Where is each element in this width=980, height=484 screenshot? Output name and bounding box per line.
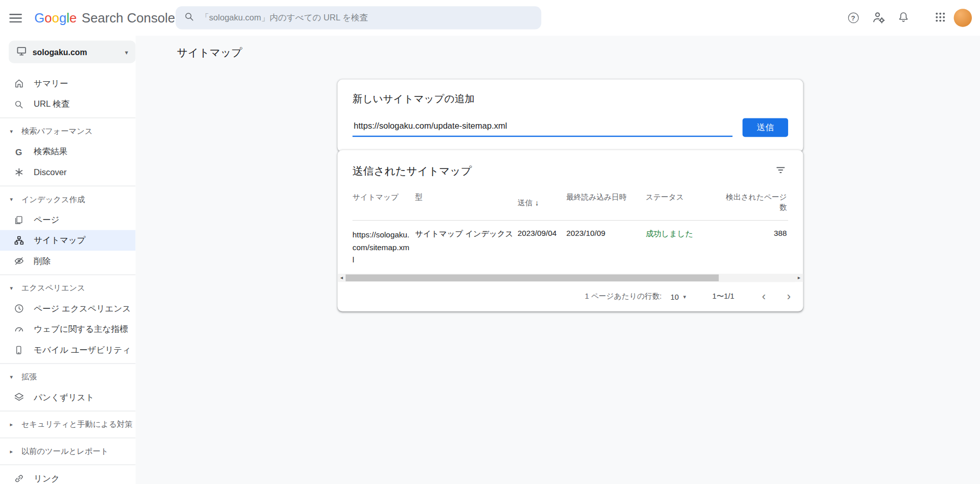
column-header-type[interactable]: 型 [415,192,518,213]
chevron-down-icon: ▾ [10,196,16,202]
avatar[interactable] [954,9,972,27]
cell-discovered-pages: 388 [721,229,788,266]
rows-per-page-label: 1 ページあたりの行数: [585,292,662,302]
sidebar-item-breadcrumbs[interactable]: パンくずリスト [0,387,136,407]
page-range: 1〜1/1 [712,292,734,302]
home-icon [12,78,24,89]
search-bar[interactable] [176,6,541,29]
sidebar: sologaku.com ▾ サマリー URL 検査 ▾ 検索パフォーマンス [0,36,136,484]
sidebar-item-label: モバイル ユーザビリティ [34,344,131,355]
bell-icon [897,11,909,25]
sidebar-item-label: ページ [34,214,59,225]
sidebar-section-legacy-tools[interactable]: ▸ 以前のツールとレポート [0,441,136,461]
layers-icon [12,392,24,403]
logo[interactable]: Google Search Console [34,0,175,36]
sidebar-item-page-experience[interactable]: ページ エクスペリエンス [0,298,136,319]
table-header-row: サイトマップ 型 送信 ↓ 最終読み込み日時 ステータス 検出されたページ数 [353,181,788,221]
sidebar-section-experience[interactable]: ▾ エクスペリエンス [0,278,136,298]
add-sitemap-card: 新しいサイトマップの追加 送信 [337,80,803,152]
filter-button[interactable] [773,162,788,179]
next-page-button[interactable]: › [787,290,791,303]
eye-off-icon [12,256,24,267]
sidebar-item-mobile-usability[interactable]: モバイル ユーザビリティ [0,340,136,360]
sidebar-item-core-web-vitals[interactable]: ウェブに関する主な指標 [0,319,136,339]
rows-per-page-select[interactable]: 10 ▾ [671,292,686,301]
cell-last-read: 2023/10/09 [566,229,646,266]
help-button[interactable]: ? [845,0,862,36]
sidebar-section-security[interactable]: ▸ セキュリティと手動による対策 [0,415,136,434]
sitemaps-table: サイトマップ 型 送信 ↓ 最終読み込み日時 ステータス 検出されたページ数 h… [337,181,803,274]
search-input[interactable] [201,13,533,22]
discover-asterisk-icon [12,167,24,177]
user-gear-icon [872,10,885,25]
chevron-down-icon: ▾ [10,374,16,380]
logo-letter: G [34,10,44,25]
pagination: 1 ページあたりの行数: 10 ▾ 1〜1/1 ‹ › [337,282,803,311]
submitted-sitemaps-card: 送信されたサイトマップ サイトマップ 型 送信 ↓ [337,150,803,311]
page-title: サイトマップ [177,45,242,60]
sidebar-item-search-results[interactable]: G 検索結果 [0,141,136,162]
sidebar-item-label: Discover [34,167,66,177]
chevron-down-icon: ▾ [10,128,16,134]
add-sitemap-title: 新しいサイトマップの追加 [353,92,788,106]
cell-submitted: 2023/09/04 [518,229,567,266]
notifications-button[interactable] [895,0,911,36]
sidebar-item-label: サイトマップ [34,235,86,246]
column-header-submitted[interactable]: 送信 ↓ [518,192,567,213]
column-header-discovered-pages[interactable]: 検出されたページ数 [721,192,788,213]
sidebar-item-url-inspection[interactable]: URL 検査 [0,94,136,114]
scroll-right-button[interactable]: ► [795,274,803,282]
product-name: Search Console [82,10,175,25]
chevron-right-icon: ▸ [10,448,16,454]
previous-page-button[interactable]: ‹ [762,290,766,303]
submitted-sitemaps-title: 送信されたサイトマップ [353,164,472,178]
column-header-sitemap[interactable]: サイトマップ [353,192,415,213]
main-content: サイトマップ 新しいサイトマップの追加 送信 送信されたサイトマップ [136,36,980,484]
sitemap-icon [12,235,24,246]
sidebar-section-enhancements[interactable]: ▾ 拡張 [0,367,136,387]
divider [0,117,136,118]
logo-letter: o [44,10,52,25]
logo-letter: o [52,10,59,25]
sidebar-item-discover[interactable]: Discover [0,162,136,182]
sidebar-item-pages[interactable]: ページ [0,209,136,230]
sidebar-section-indexing[interactable]: ▾ インデックス作成 [0,189,136,209]
sidebar-section-search-performance[interactable]: ▾ 検索パフォーマンス [0,122,136,141]
horizontal-scrollbar[interactable]: ◄ ► [337,274,803,282]
pages-icon [12,215,24,225]
apps-grid-button[interactable] [932,0,948,36]
sidebar-section-label: エクスペリエンス [21,283,85,294]
submit-button[interactable]: 送信 [743,118,788,137]
property-icon [16,45,27,59]
divider [0,465,136,465]
cell-type: サイトマップ インデックス [415,229,518,266]
link-icon [12,473,24,484]
account-settings-button[interactable] [870,0,886,36]
table-row[interactable]: https://sologaku.com/sitemap.xml サイトマップ … [353,221,788,274]
scrollbar-track[interactable] [346,274,795,282]
chevron-right-icon: ▸ [10,421,16,427]
sitemap-url-input[interactable] [353,122,732,137]
gauge-icon [12,324,24,334]
column-header-last-read[interactable]: 最終読み込み日時 [566,192,646,213]
property-selector[interactable]: sologaku.com ▾ [9,41,136,63]
sidebar-item-summary[interactable]: サマリー [0,73,136,93]
sidebar-item-removals[interactable]: 削除 [0,251,136,271]
menu-button[interactable] [9,13,21,22]
apps-grid-icon [935,12,945,24]
search-icon [184,11,194,25]
divider [0,438,136,438]
sidebar-item-label: ページ エクスペリエンス [34,303,131,314]
sidebar-section-label: インデックス作成 [21,194,85,205]
cell-sitemap-url: https://sologaku.com/sitemap.xml [353,229,410,266]
divider [0,363,136,364]
sidebar-item-label: リンク [34,473,60,483]
scroll-left-button[interactable]: ◄ [337,274,346,282]
column-header-status[interactable]: ステータス [646,192,721,213]
scrollbar-thumb[interactable] [346,275,719,281]
sidebar-item-links[interactable]: リンク [0,468,136,484]
sidebar-item-sitemaps[interactable]: サイトマップ [0,230,136,251]
sort-desc-icon: ↓ [535,198,538,207]
sidebar-section-label: 拡張 [21,372,37,382]
help-icon: ? [848,12,859,23]
